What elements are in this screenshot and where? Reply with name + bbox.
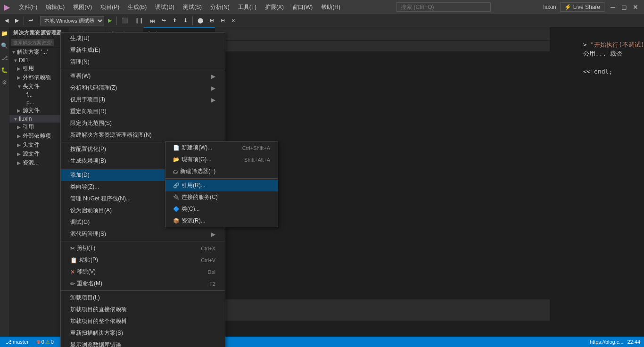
ctx-label: 加载项目的直接依赖项	[70, 306, 127, 314]
toolbar-btn-4[interactable]: ⏭	[147, 17, 158, 25]
ctx-view[interactable]: 查看(W)▶	[61, 70, 225, 82]
toolbar-btn-8[interactable]: ⊞	[207, 17, 217, 25]
tree-item-extdeps2[interactable]: ▶ 外部依赖项	[9, 132, 68, 140]
ctx-paste[interactable]: 📋 粘贴(P) Ctrl+V	[61, 254, 225, 266]
tree-item-refs1[interactable]: ▶ 引用	[9, 64, 68, 73]
submenu-label: 连接的服务(C)	[182, 193, 218, 201]
status-errors[interactable]: ⊗ 0 ⚠ 0	[34, 339, 56, 345]
ctx-project-only[interactable]: 仅用于项目(J)▶	[61, 94, 225, 106]
toolbar-btn-2[interactable]: ⬛	[119, 17, 131, 25]
tree-item-headers1[interactable]: ▼ 头文件	[9, 82, 68, 91]
paste-icon: 📋	[70, 257, 77, 264]
ctx-load-all-deps[interactable]: 加载项目的整个依赖树	[61, 315, 225, 327]
tree-item-src1[interactable]: ▶ 源文件	[9, 106, 68, 115]
ctx-build[interactable]: 生成(U)	[61, 33, 225, 44]
menu-view[interactable]: 视图(V)	[69, 2, 96, 12]
ctx-arrow: ▶	[211, 231, 215, 238]
tree-item-extdeps1[interactable]: ▶ 外部依赖项	[9, 73, 68, 82]
tree-item-dll1[interactable]: ▼ Dll1	[9, 57, 68, 64]
submenu-shortcut: Shift+Alt+A	[244, 157, 270, 163]
toolbar-btn-3[interactable]: ❙❙	[132, 17, 146, 25]
toolbar-btn-7[interactable]: ⬇	[181, 17, 190, 25]
ctx-cut[interactable]: ✂ 剪切(T) Ctrl+X	[61, 242, 225, 254]
close-button[interactable]: ✕	[631, 2, 640, 12]
ctx-rebuild[interactable]: 重新生成(E)	[61, 44, 225, 56]
toolbar-sep-3	[116, 17, 117, 25]
breakpoints-button[interactable]: ⬤	[195, 17, 206, 25]
menu-project[interactable]: 项目(P)	[97, 2, 123, 12]
ctx-label: 重定向项目(R)	[70, 107, 107, 116]
ctx-load-direct-deps[interactable]: 加载项目的直接依赖项	[61, 304, 225, 315]
ctx-label: 类向导(Z)...	[70, 183, 99, 191]
search-input[interactable]	[396, 2, 491, 12]
menu-window[interactable]: 窗口(W)	[289, 2, 316, 12]
submenu-reference[interactable]: 🔗 引用(R)...	[165, 180, 278, 191]
activity-ext-icon[interactable]: ⚙	[0, 78, 9, 87]
debug-config-selector[interactable]: 本地 Windows 调试器	[40, 16, 104, 25]
ctx-label: 生成(U)	[70, 34, 90, 42]
ctx-clean[interactable]: 清理(N)	[61, 56, 225, 68]
tree-item-liuxin[interactable]: ▼ liuxin	[9, 115, 68, 123]
submenu-new-item[interactable]: 📄 新建项(W)... Ctrl+Shift+A	[165, 142, 278, 154]
ctx-show-browse-err[interactable]: 显示浏览数据库错误	[61, 339, 225, 347]
tree-item-refs2[interactable]: ▶ 引用	[9, 123, 68, 132]
submenu-resource[interactable]: 📦 资源(R)...	[165, 215, 278, 227]
minimize-button[interactable]: ─	[608, 2, 618, 12]
menu-debug[interactable]: 调试(D)	[151, 2, 178, 12]
ctx-unload[interactable]: 卸载项目(L)	[61, 292, 225, 304]
ctx-label: 重新扫描解决方案(S)	[70, 329, 123, 337]
activity-debug-icon[interactable]: 🐛	[0, 66, 9, 74]
menu-build[interactable]: 生成(B)	[124, 2, 150, 12]
live-share-button[interactable]: ⚡ Live Share	[560, 2, 604, 12]
branch-label: master	[13, 339, 29, 345]
ctx-source-ctrl[interactable]: 源代码管理(S)▶	[61, 228, 225, 240]
menu-file[interactable]: 文件(F)	[15, 2, 41, 12]
toolbar-btn-10[interactable]: ⊙	[229, 17, 239, 25]
activity-git-icon[interactable]: ⎇	[0, 54, 9, 62]
resource-icon: 📦	[173, 218, 180, 224]
ctx-scope[interactable]: 限定为此范围(S)	[61, 117, 225, 129]
sidebar-search-input[interactable]	[11, 39, 54, 46]
ctx-label: 移除(V)	[77, 268, 96, 276]
menu-help[interactable]: 帮助(H)	[317, 2, 344, 12]
ctx-rescan[interactable]: 重新扫描解决方案(S)	[61, 327, 225, 339]
activity-explorer-icon[interactable]: 📁	[0, 29, 9, 38]
submenu-existing-item[interactable]: 📂 现有项(G)... Shift+Alt+A	[165, 154, 278, 165]
title-bar-right: liuxin ⚡ Live Share ─ ◻ ✕	[543, 2, 640, 12]
toolbar-btn-6[interactable]: ⬆	[170, 17, 180, 25]
tree-item-resources[interactable]: ▶ 资源...	[9, 158, 68, 167]
status-branch[interactable]: ⎇ master	[4, 339, 31, 345]
menu-test[interactable]: 测试(S)	[179, 2, 206, 12]
ctx-label: 管理 NuGet 程序包(N)...	[70, 195, 131, 203]
menu-tools[interactable]: 工具(T)	[234, 2, 260, 12]
menu-analyze[interactable]: 分析(N)	[206, 2, 233, 12]
ctx-retarget[interactable]: 重定向项目(R)	[61, 106, 225, 117]
start-debug-button[interactable]: ▶	[105, 17, 115, 25]
tree-arrow: ▶	[17, 75, 22, 80]
restore-button[interactable]: ◻	[619, 2, 629, 12]
forward-button[interactable]: ▶	[12, 17, 22, 25]
toolbar-btn-9[interactable]: ⊟	[218, 17, 228, 25]
menu-edit[interactable]: 编辑(E)	[42, 2, 68, 12]
submenu-new-filter[interactable]: 🗂 新建筛选器(F)	[165, 165, 278, 177]
tree-item-headers2[interactable]: ▶ 头文件	[9, 140, 68, 149]
toolbar-btn-1[interactable]: ↩	[26, 17, 36, 25]
activity-search-icon[interactable]: 🔍	[0, 41, 9, 50]
ctx-rename[interactable]: ✏ 重命名(M) F2	[61, 278, 225, 289]
tree-item-solution[interactable]: ▼ 解决方案 '...'	[9, 48, 68, 57]
tree-item-src2[interactable]: ▶ 源文件	[9, 149, 68, 158]
ctx-new-view[interactable]: 新建解决方案资源管理器视图(N)	[61, 129, 225, 141]
ctx-label: 加载项目的整个依赖树	[70, 317, 127, 325]
ctx-remove[interactable]: ✕ 移除(V) Del	[61, 266, 225, 278]
add-submenu: 📄 新建项(W)... Ctrl+Shift+A 📂 现有项(G)... Shi…	[165, 141, 278, 227]
toolbar-btn-5[interactable]: ↪	[159, 17, 169, 25]
tree-item-f[interactable]: f...	[9, 91, 68, 99]
tree-label: 外部依赖项	[23, 74, 51, 82]
submenu-connected-service[interactable]: 🔌 连接的服务(C)	[165, 191, 278, 203]
back-button[interactable]: ◀	[2, 17, 11, 25]
ctx-analyze[interactable]: 分析和代码清理(Z)▶	[61, 82, 225, 94]
menu-extensions[interactable]: 扩展(X)	[261, 2, 288, 12]
submenu-class[interactable]: 🔷 类(C)...	[165, 203, 278, 215]
live-share-label: Live Share	[573, 4, 600, 10]
tree-item-p[interactable]: p...	[9, 99, 68, 106]
